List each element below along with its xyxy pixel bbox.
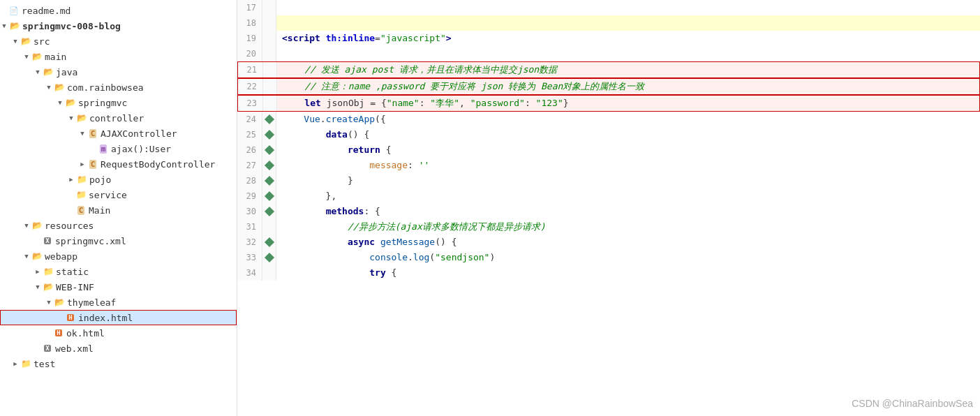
folder-closed-icon [76, 174, 87, 185]
item-label: controller [89, 113, 144, 124]
sidebar-item-thymeleaf[interactable]: thymeleaf [0, 295, 237, 310]
chevron-down-icon [78, 130, 87, 137]
chevron-down-icon [22, 222, 31, 229]
chevron-right-icon [67, 176, 75, 183]
sidebar-item-static[interactable]: static [0, 264, 237, 279]
code-line-17: 17 [237, 0, 980, 15]
line-content [276, 15, 980, 31]
line-content: Vue.createApp({ [276, 112, 980, 127]
line-content: //异步方法(ajax请求多数情况下都是异步请求) [276, 219, 980, 235]
item-label: resources [45, 221, 94, 231]
line-number: 22 [238, 79, 263, 94]
folder-open-icon [31, 220, 43, 231]
line-content: console.log("sendjson") [276, 250, 980, 265]
folder-open-icon [54, 297, 65, 308]
item-label: readme.md [22, 6, 70, 16]
item-label: springmvc.xml [55, 236, 126, 246]
item-label: springmvc-008-blog [22, 21, 121, 31]
bookmark-icon [264, 176, 274, 186]
line-gutter [262, 112, 276, 127]
item-label: ok.html [66, 328, 105, 339]
sidebar-item-readme[interactable]: 📄readme.md [0, 3, 237, 18]
sidebar-item-resources[interactable]: resources [0, 218, 237, 233]
code-line-33: 33 console.log("sendjson") [237, 250, 980, 265]
sidebar-item-springmvc.xml[interactable]: Xspringmvc.xml [0, 233, 237, 248]
line-gutter [262, 0, 276, 15]
line-number: 33 [237, 250, 262, 265]
sidebar-item-springmvc-008-blog[interactable]: springmvc-008-blog [0, 18, 237, 34]
sidebar-item-WEB-INF[interactable]: WEB-INF [0, 279, 237, 295]
folder-open-icon [31, 251, 43, 262]
sidebar-item-index.html[interactable]: Hindex.html [0, 310, 237, 325]
folder-closed-icon [75, 189, 87, 200]
chevron-down-icon [45, 84, 53, 91]
bookmark-icon [264, 207, 274, 216]
sidebar-item-AJAXController[interactable]: CAJAXController [0, 126, 237, 141]
line-gutter [262, 250, 276, 265]
bookmark-icon [264, 237, 274, 247]
sidebar-item-RequestBodyController[interactable]: CRequestBodyController [0, 156, 237, 172]
line-gutter [262, 158, 276, 173]
line-number: 27 [237, 158, 262, 173]
code-line-29: 29 }, [237, 188, 980, 204]
item-label: AJAXController [101, 128, 177, 139]
sidebar-item-pojo[interactable]: pojo [0, 172, 237, 187]
line-content: data() { [276, 127, 980, 142]
bookmark-icon [264, 130, 274, 140]
chevron-down-icon [34, 68, 42, 75]
line-gutter [262, 265, 276, 281]
line-gutter [262, 173, 276, 188]
line-gutter [262, 235, 276, 250]
item-label: RequestBodyController [101, 159, 215, 170]
sidebar-item-main[interactable]: main [0, 49, 237, 64]
chevron-down-icon [56, 99, 64, 106]
code-line-24: 24 Vue.createApp({ [237, 112, 980, 127]
chevron-down-icon [11, 38, 20, 45]
class-icon: C [75, 205, 87, 216]
sidebar-item-src[interactable]: src [0, 34, 237, 49]
folder-open-icon [43, 281, 54, 292]
folder-open-icon [65, 97, 76, 108]
code-line-32: 32 async getMessage() { [237, 235, 980, 250]
line-number: 24 [237, 112, 262, 127]
line-number: 28 [237, 173, 262, 188]
xml-icon: X [42, 235, 53, 246]
item-label: static [56, 267, 89, 277]
line-gutter [262, 46, 276, 61]
line-content: // 发送 ajax post 请求，并且在请求体当中提交json数据 [277, 62, 979, 77]
sidebar-item-java[interactable]: java [0, 64, 237, 80]
item-label: WEB-INF [56, 282, 94, 292]
code-line-25: 25 data() { [237, 127, 980, 142]
code-area: 171819<script th:inline="javascript">202… [237, 0, 980, 416]
line-gutter [262, 188, 276, 204]
folder-open-icon [31, 51, 43, 62]
chevron-down-icon [34, 283, 42, 290]
code-line-23: 23 let jsonObj = {"name": "李华", "passwor… [237, 95, 980, 112]
code-line-20: 20 [237, 46, 980, 61]
folder-open-icon [43, 66, 54, 77]
sidebar-item-Main[interactable]: CMain [0, 202, 237, 218]
line-content: // 注意：name ,password 要于对应将 json 转换为 Bean… [277, 79, 979, 94]
line-content: async getMessage() { [276, 235, 980, 250]
line-number: 25 [237, 127, 262, 142]
class-icon: C [87, 128, 98, 139]
xml-icon: X [42, 343, 53, 354]
sidebar-item-service[interactable]: service [0, 187, 237, 202]
folder-open-icon [20, 36, 31, 47]
sidebar-item-springmvc[interactable]: springmvc [0, 95, 237, 110]
sidebar-item-ajax-user[interactable]: majax():User [0, 141, 237, 156]
sidebar-item-web.xml[interactable]: Xweb.xml [0, 341, 237, 356]
code-line-22: 22 // 注意：name ,password 要于对应将 json 转换为 B… [237, 78, 980, 95]
sidebar-item-com.rainbowsea[interactable]: com.rainbowsea [0, 80, 237, 95]
sidebar-item-controller[interactable]: controller [0, 110, 237, 126]
line-number: 23 [238, 96, 263, 111]
line-gutter [262, 142, 276, 158]
sidebar-item-test[interactable]: test [0, 356, 237, 371]
sidebar-item-webapp[interactable]: webapp [0, 248, 237, 264]
chevron-down-icon [22, 253, 31, 260]
code-line-30: 30 methods: { [237, 204, 980, 219]
folder-open-icon [76, 112, 87, 124]
item-label: service [89, 190, 127, 200]
html-icon: H [65, 312, 76, 323]
sidebar-item-ok.html[interactable]: Hok.html [0, 325, 237, 341]
